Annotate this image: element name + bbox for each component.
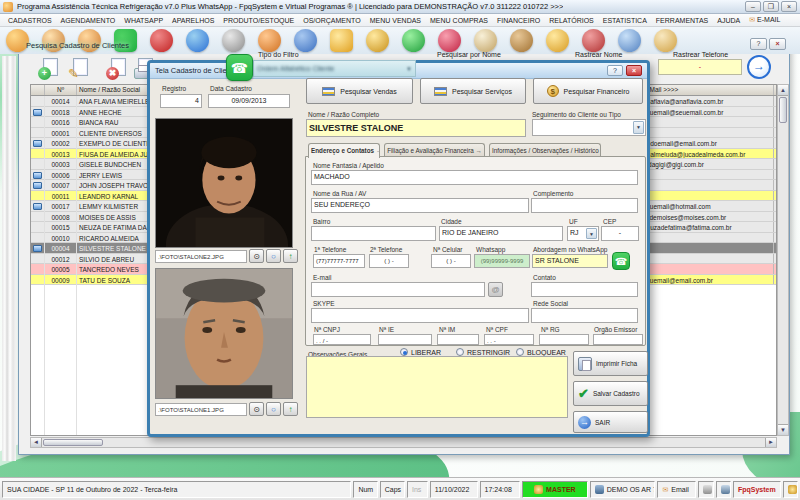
close-button[interactable]: ×	[781, 1, 797, 12]
search-window-help-button[interactable]: ?	[750, 38, 767, 50]
sphere-green-icon[interactable]	[402, 29, 425, 52]
zoom-photo-button[interactable]: ○	[266, 402, 281, 416]
search-window-close-button[interactable]: ×	[769, 38, 786, 50]
status-network-button[interactable]	[716, 481, 731, 498]
search-financial-button[interactable]: $ Pesquisar Financeiro	[533, 78, 643, 104]
coins-icon[interactable]	[366, 29, 389, 52]
menu-item-estatistica[interactable]: ESTATISTICA	[599, 16, 651, 25]
dialog-help-button[interactable]: ?	[607, 65, 623, 76]
filter-type-combobox[interactable]: Ordem Alfabético Cliente ▼	[253, 60, 416, 77]
load-photo-button[interactable]: ↑	[283, 402, 298, 416]
save-record-button[interactable]: ✔ Salvar Cadastro	[573, 381, 648, 406]
radio-liberar[interactable]: LIBERAR	[400, 348, 441, 356]
coin-gold-icon[interactable]	[546, 29, 569, 52]
zoom-photo-button[interactable]: ○	[266, 249, 281, 263]
minimize-button[interactable]: –	[745, 1, 761, 12]
contact-field[interactable]	[531, 282, 638, 297]
whatsapp-field[interactable]: (99)99999-9999	[474, 254, 530, 268]
email-at-button[interactable]: @	[488, 282, 503, 297]
cpf-field[interactable]: . . -	[484, 334, 534, 345]
menu-item-financeiro[interactable]: FINANCEIRO	[493, 16, 544, 25]
books-icon[interactable]	[618, 29, 641, 52]
target-icon[interactable]	[222, 29, 245, 52]
email-field[interactable]	[311, 282, 485, 297]
scroll-down-icon[interactable]: ▼	[778, 424, 788, 435]
search-go-button[interactable]: →	[747, 55, 771, 79]
fantasia-field[interactable]: MACHADO	[311, 170, 638, 185]
menu-item-aparelhos[interactable]: APARELHOS	[168, 16, 218, 25]
segment-combobox[interactable]: ▼	[532, 119, 646, 136]
approach-field[interactable]: SR STALONE	[532, 254, 608, 268]
scroll-up-icon[interactable]: ▲	[778, 85, 788, 96]
scrollbar-thumb[interactable]	[779, 97, 787, 123]
rg-field[interactable]	[539, 334, 589, 345]
photo2-path-field[interactable]: .\FOTO\STALONE1.JPG	[155, 403, 247, 416]
table-vertical-scrollbar[interactable]: ▲ ▼	[777, 84, 789, 436]
add-client-button[interactable]: +	[38, 58, 60, 80]
observations-textarea[interactable]	[306, 356, 568, 418]
phone2-field[interactable]: ( ) -	[369, 254, 409, 268]
menu-item-menu-compras[interactable]: MENU COMPRAS	[426, 16, 492, 25]
track-phone-input[interactable]: -	[658, 59, 742, 75]
social-field[interactable]	[531, 308, 638, 323]
menu-item-relat-rios[interactable]: RELATÓRIOS	[545, 16, 598, 25]
whatsapp-send-button[interactable]: ☎	[612, 252, 630, 270]
mobile-field[interactable]: ( ) -	[431, 254, 471, 268]
tab-endereco[interactable]: Endereço e Contatos →	[308, 143, 380, 158]
cep-field[interactable]: -	[601, 226, 639, 241]
registro-field[interactable]: 4	[160, 94, 202, 108]
status-printer-button[interactable]	[698, 481, 713, 498]
skype-field[interactable]	[311, 308, 529, 323]
scroll-right-icon[interactable]: ►	[765, 438, 776, 447]
gear-icon[interactable]	[294, 29, 317, 52]
radio-bloquear[interactable]: BLOQUEAR	[516, 348, 566, 356]
scroll-left-icon[interactable]: ◄	[31, 438, 42, 447]
ie-field[interactable]	[378, 334, 432, 345]
issuer-field[interactable]	[593, 334, 643, 345]
camera-button[interactable]: ⊙	[249, 402, 264, 416]
edit-client-button[interactable]: ✎	[68, 58, 90, 80]
delete-client-button[interactable]: ✖	[106, 58, 128, 80]
phone-icon[interactable]	[582, 29, 605, 52]
menu-item-os-or-amento[interactable]: OS/ORÇAMENTO	[299, 16, 364, 25]
menu-item-ajuda[interactable]: AJUDA	[713, 16, 744, 25]
print-record-button[interactable]: Imprimir Ficha	[573, 351, 648, 376]
im-field[interactable]	[437, 334, 479, 345]
status-email-button[interactable]: ✉Email	[657, 481, 696, 498]
menu-item-produto-estoque[interactable]: PRODUTO/ESTOQUE	[219, 16, 298, 25]
menu-item-cadastros[interactable]: CADASTROS	[4, 16, 56, 25]
state-combobox[interactable]: RJ▼	[567, 226, 599, 241]
status-key-button[interactable]	[783, 481, 798, 498]
package-icon[interactable]	[510, 29, 533, 52]
menu-item-menu-vendas[interactable]: MENU VENDAS	[366, 16, 425, 25]
tab-filiacao[interactable]: Filiação e Avaliação Financeira →	[384, 143, 485, 157]
menu-item-e-mail[interactable]: ✉E-MAIL	[745, 15, 784, 25]
cnpj-field[interactable]: . . / -	[313, 334, 371, 345]
mail-send-icon[interactable]	[654, 29, 677, 52]
menu-item-whatsapp[interactable]: WHATSAPP	[120, 16, 167, 25]
city-field[interactable]: RIO DE JANEIRO	[439, 226, 563, 241]
dialog-close-button[interactable]: ×	[626, 65, 642, 76]
street-field[interactable]: SEU ENDEREÇO	[311, 198, 529, 213]
whatsapp-button[interactable]: ☎	[226, 54, 253, 81]
table-horizontal-scrollbar[interactable]: ◄ ►	[30, 437, 777, 448]
full-name-field[interactable]: SILVESTRE STALONE	[306, 119, 526, 137]
search-sales-button[interactable]: Pesquisar Vendas	[306, 78, 413, 104]
radio-restringir[interactable]: RESTRINGIR	[456, 348, 510, 356]
maximize-button[interactable]: ❒	[763, 1, 779, 12]
data-cadastro-field[interactable]: 09/09/2013	[208, 94, 290, 108]
photo1-path-field[interactable]: .\FOTO\STALONE2.JPG	[155, 250, 247, 263]
tab-informacoes[interactable]: Informações / Observações / Histórico	[489, 143, 601, 157]
globe-icon[interactable]	[186, 29, 209, 52]
phone1-field[interactable]: (77)77777-7777	[313, 254, 365, 268]
search-services-button[interactable]: Pesquisar Serviços	[420, 78, 526, 104]
scrollbar-thumb[interactable]	[43, 439, 103, 446]
envelope-icon[interactable]	[474, 29, 497, 52]
menu-item-ferramentas[interactable]: FERRAMENTAS	[652, 16, 712, 25]
tools-icon[interactable]	[258, 29, 281, 52]
district-field[interactable]	[311, 226, 436, 241]
exit-button[interactable]: → SAIR	[573, 411, 648, 433]
calendar-icon[interactable]	[150, 29, 173, 52]
complement-field[interactable]	[531, 198, 638, 213]
sphere-red-icon[interactable]	[438, 29, 461, 52]
